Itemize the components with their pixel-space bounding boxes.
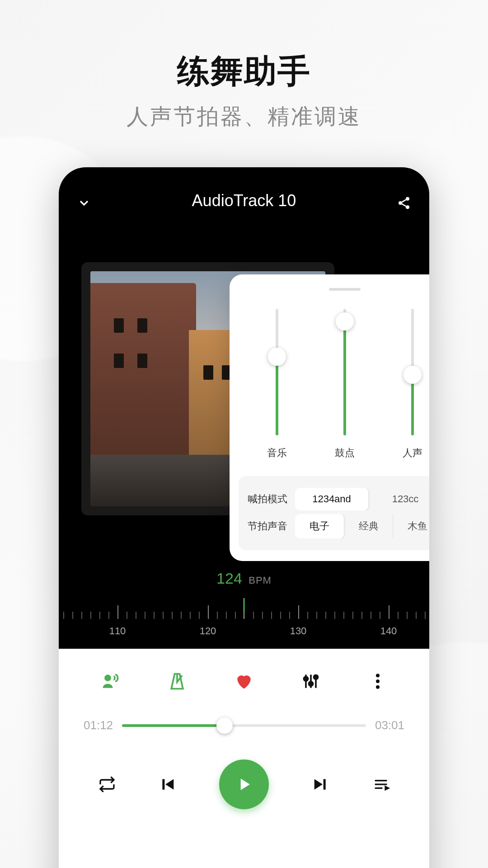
- drag-handle[interactable]: [329, 288, 361, 291]
- slider-drums[interactable]: 鼓点: [322, 309, 367, 460]
- share-button[interactable]: [397, 196, 411, 210]
- sound-option-1[interactable]: 经典: [344, 514, 394, 538]
- queue-button[interactable]: [372, 775, 390, 793]
- transport-row: [59, 737, 429, 832]
- progress-row: 01:12 03:01: [59, 705, 429, 737]
- phone-frame: AudioTrack 10 音乐: [59, 167, 429, 868]
- action-row: [59, 658, 429, 705]
- sound-segment: 电子 经典 木鱼: [295, 514, 429, 538]
- metronome-button[interactable]: [167, 671, 187, 691]
- svg-rect-14: [324, 779, 326, 789]
- bpm-ruler[interactable]: 100110120130140: [59, 596, 429, 637]
- favorite-button[interactable]: [234, 671, 254, 691]
- mode-label: 喊拍模式: [248, 492, 295, 506]
- svg-point-2: [406, 205, 409, 209]
- svg-point-9: [314, 675, 318, 679]
- voice-count-button[interactable]: [100, 671, 120, 691]
- svg-point-0: [406, 197, 409, 201]
- previous-button[interactable]: [159, 775, 177, 793]
- time-elapsed: 01:12: [84, 718, 113, 732]
- ruler-label: 120: [200, 625, 216, 637]
- mode-option-1[interactable]: 123cc: [369, 488, 429, 510]
- slider-label: 人声: [403, 446, 422, 460]
- bpm-unit: BPM: [249, 575, 272, 586]
- svg-point-1: [399, 201, 402, 205]
- bpm-value: 124: [216, 570, 242, 587]
- time-total: 03:01: [375, 718, 404, 732]
- slider-music[interactable]: 音乐: [254, 309, 300, 460]
- seek-fill: [122, 724, 225, 727]
- album-area: 音乐 鼓点 人声 喊拍模式 1234and 123cc: [59, 219, 429, 545]
- player-header: AudioTrack 10: [59, 167, 429, 219]
- slider-label: 鼓点: [335, 446, 355, 460]
- more-button[interactable]: [368, 671, 388, 691]
- next-button[interactable]: [311, 775, 329, 793]
- segmented-controls: 喊拍模式 1234and 123cc 节拍声音 电子 经典 木鱼: [239, 476, 429, 550]
- mixer-sliders: 音乐 鼓点 人声: [230, 300, 429, 464]
- seek-bar[interactable]: [122, 724, 366, 727]
- svg-point-7: [304, 677, 308, 681]
- sound-option-0[interactable]: 电子: [295, 514, 344, 538]
- sound-label: 节拍声音: [248, 519, 295, 533]
- player-controls-panel: 01:12 03:01: [59, 649, 429, 868]
- sound-option-2[interactable]: 木鱼: [393, 514, 429, 538]
- ruler-label: 110: [109, 625, 126, 637]
- headline-title: 练舞助手: [0, 50, 488, 93]
- slider-voice[interactable]: 人声: [390, 309, 429, 460]
- svg-rect-13: [162, 779, 164, 789]
- svg-point-11: [376, 679, 380, 683]
- play-button[interactable]: [219, 760, 269, 809]
- marketing-headline: 练舞助手 人声节拍器、精准调速: [0, 50, 488, 131]
- beat-settings-panel: 音乐 鼓点 人声 喊拍模式 1234and 123cc: [230, 274, 429, 561]
- seek-thumb[interactable]: [216, 717, 233, 734]
- ruler-label: 130: [290, 625, 307, 637]
- ruler-label: 140: [380, 625, 397, 637]
- svg-point-8: [309, 682, 313, 686]
- svg-point-3: [104, 675, 111, 681]
- svg-point-12: [376, 685, 380, 689]
- mode-segment: 1234and 123cc: [295, 488, 429, 510]
- repeat-button[interactable]: [98, 775, 116, 793]
- svg-point-10: [376, 674, 380, 677]
- slider-label: 音乐: [267, 446, 287, 460]
- mode-option-0[interactable]: 1234and: [295, 488, 369, 510]
- headline-subtitle: 人声节拍器、精准调速: [0, 102, 488, 131]
- track-title: AudioTrack 10: [192, 191, 296, 210]
- equalizer-button[interactable]: [301, 671, 321, 691]
- collapse-button[interactable]: [77, 196, 91, 210]
